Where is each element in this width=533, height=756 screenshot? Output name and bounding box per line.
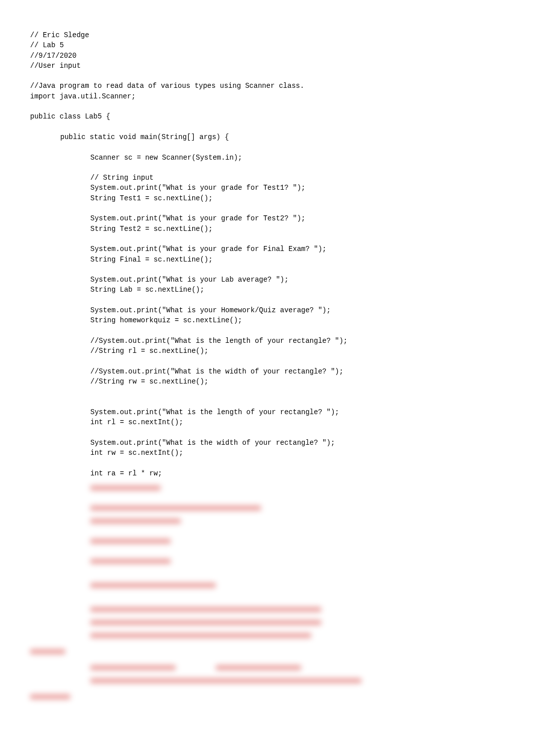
code-line: // Eric Sledge	[30, 30, 503, 40]
code-line: //String rl = sc.nextLine();	[30, 346, 503, 356]
code-line: System.out.print("What is your Homework/…	[30, 305, 503, 315]
code-line: // String input	[30, 173, 503, 183]
code-line: String homeworkquiz = sc.nextLine();	[30, 315, 503, 325]
code-line: int rw = sc.nextInt();	[30, 448, 503, 458]
code-line: System.out.print("What is your grade for…	[30, 244, 503, 254]
code-line: //System.out.print("What is the length o…	[30, 336, 503, 346]
obscured-content	[30, 661, 503, 687]
obscured-content	[30, 690, 503, 703]
obscured-content	[30, 481, 503, 642]
code-line: //User input	[30, 61, 503, 71]
code-line: //String rw = sc.nextLine();	[30, 376, 503, 387]
code-line: Scanner sc = new Scanner(System.in);	[30, 153, 503, 163]
code-line: int ra = rl * rw;	[30, 468, 503, 478]
code-line: System.out.print("What is the length of …	[30, 407, 503, 417]
code-line: int rl = sc.nextInt();	[30, 417, 503, 427]
code-line: String Lab = sc.nextLine();	[30, 285, 503, 295]
code-line: public static void main(String[] args) {	[30, 132, 503, 142]
obscured-content	[30, 645, 503, 658]
code-line: System.out.print("What is your Lab avera…	[30, 275, 503, 285]
code-line: System.out.print("What is the width of y…	[30, 438, 503, 448]
code-line: System.out.print("What is your grade for…	[30, 183, 503, 193]
code-line: String Final = sc.nextLine();	[30, 255, 503, 265]
code-line: // Lab 5	[30, 40, 503, 50]
document-page: // Eric Sledge // Lab 5 //9/17/2020 //Us…	[0, 0, 533, 733]
code-line: public class Lab5 {	[30, 111, 503, 121]
code-line: String Test2 = sc.nextLine();	[30, 224, 503, 234]
code-line: System.out.print("What is your grade for…	[30, 213, 503, 223]
code-line: import java.util.Scanner;	[30, 91, 503, 101]
code-line: //Java program to read data of various t…	[30, 81, 503, 91]
code-line: //9/17/2020	[30, 51, 503, 61]
code-line: String Test1 = sc.nextLine();	[30, 193, 503, 203]
code-line: //System.out.print("What is the width of…	[30, 366, 503, 376]
